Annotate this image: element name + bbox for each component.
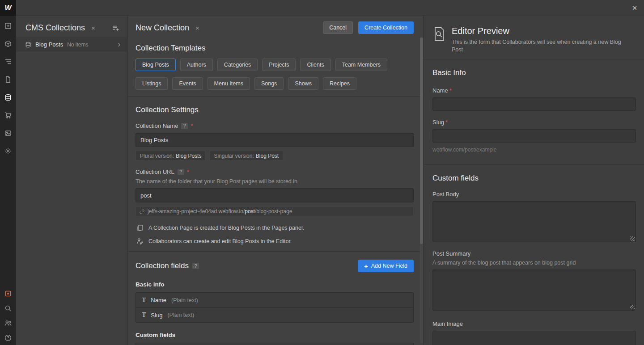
close-designer-icon[interactable]: × — [628, 0, 641, 16]
collection-settings-heading: Collection Settings — [136, 105, 414, 114]
template-row-2: Listings Events Menu Items Songs Shows R… — [136, 77, 414, 90]
field-type: (Plain text) — [171, 297, 198, 303]
community-icon[interactable] — [0, 316, 16, 330]
help-icon[interactable] — [0, 330, 16, 345]
navigator-icon[interactable] — [0, 53, 16, 71]
required-asterisk: * — [187, 168, 189, 175]
preview-post-body-textarea[interactable] — [432, 201, 636, 242]
collaborators-note: Collaborators can create and edit Blog P… — [136, 238, 414, 245]
template-chip-events[interactable]: Events — [172, 77, 203, 90]
create-collection-button[interactable]: Create Collection — [358, 21, 414, 34]
cms-icon[interactable] — [0, 88, 16, 106]
plural-version-value: Blog Posts — [176, 153, 201, 159]
url-preview-prefix: jeffs-amazing-project-4e04ad.webflow.io/ — [148, 208, 245, 215]
editor-preview-titles: Editor Preview This is the form that Col… — [452, 26, 633, 54]
close-cms-panel-icon[interactable]: × — [89, 23, 97, 33]
webflow-logo[interactable]: W — [0, 0, 16, 16]
editor-preview-header: Editor Preview This is the form that Col… — [432, 16, 636, 54]
ecommerce-icon[interactable] — [0, 106, 16, 124]
preview-name-input[interactable] — [432, 97, 636, 111]
collection-name: Blog Posts — [35, 41, 63, 48]
add-new-field-label: Add New Field — [371, 263, 407, 269]
collection-database-icon — [25, 42, 31, 48]
assets-icon[interactable] — [0, 124, 16, 142]
settings-icon[interactable] — [0, 142, 16, 160]
collection-fields-help-icon[interactable]: ? — [192, 263, 199, 269]
template-chip-recipes[interactable]: Recipes — [323, 77, 356, 90]
divider — [128, 96, 424, 97]
editor-preview-title: Editor Preview — [452, 26, 633, 36]
left-toolbar — [0, 16, 16, 345]
preview-post-body-label: Post Body — [432, 191, 636, 198]
pages-icon[interactable] — [0, 71, 16, 88]
preview-main-image-label: Main Image — [432, 320, 636, 327]
collection-fields-heading: Collection fields — [136, 261, 189, 270]
singular-version-badge: Singular version: Blog Post — [209, 151, 283, 161]
preview-post-summary-help: A summary of the blog post that appears … — [432, 260, 636, 266]
basic-field-list: T Name (Plain text) T Slug (Plain text) — [136, 292, 414, 323]
chevron-right-icon — [116, 42, 122, 47]
add-elements-icon[interactable] — [0, 17, 16, 35]
preview-magnifier-doc-icon — [432, 26, 446, 54]
collaborators-note-text: Collaborators can create and edit Blog P… — [148, 238, 292, 244]
search-icon[interactable] — [0, 301, 16, 316]
template-chip-authors[interactable]: Authors — [180, 59, 213, 71]
preview-slug-input[interactable] — [432, 129, 636, 143]
close-new-collection-icon[interactable]: × — [194, 23, 201, 33]
link-icon — [139, 209, 145, 215]
url-preview-slug: post — [245, 208, 255, 215]
template-chip-clients[interactable]: Clients — [300, 59, 330, 71]
plain-text-icon: T — [142, 297, 146, 304]
collection-name-label: Collection Name — [136, 122, 178, 129]
resize-grip-icon[interactable] — [630, 236, 635, 241]
field-name: Name — [151, 297, 166, 303]
preview-post-body-wrap — [432, 201, 636, 242]
divider — [424, 164, 644, 165]
preview-post-summary-wrap — [432, 269, 636, 311]
preview-main-image-field[interactable] — [432, 331, 636, 345]
divider — [128, 251, 424, 252]
video-tutorials-icon[interactable] — [0, 286, 16, 301]
template-chip-projects[interactable]: Projects — [262, 59, 296, 71]
collection-url-label-row: Collection URL ? * — [136, 168, 414, 175]
editor-preview-subtitle: This is the form that Collaborators will… — [452, 38, 633, 54]
template-chip-categories[interactable]: Categories — [217, 59, 258, 71]
cancel-button[interactable]: Cancel — [323, 21, 353, 34]
preview-slug-label: Slug * — [432, 119, 636, 126]
collection-url-description: The name of the folder that your Blog Po… — [136, 178, 414, 185]
pages-stack-icon — [136, 224, 144, 231]
singular-version-label: Singular version: — [214, 153, 254, 159]
preview-post-summary-textarea[interactable] — [432, 269, 636, 311]
collection-templates-heading: Collection Templates — [136, 44, 414, 53]
collection-name-help-icon[interactable]: ? — [181, 123, 188, 129]
template-chip-menu-items[interactable]: Menu Items — [208, 77, 250, 90]
collection-list-item-blog-posts[interactable]: Blog Posts No items — [16, 38, 127, 51]
plural-version-badge: Plural version: Blog Posts — [136, 151, 206, 161]
field-name: Slug — [151, 312, 162, 319]
template-row-1: Blog Posts Authors Categories Projects C… — [136, 59, 414, 71]
cms-panel-header: CMS Collections × — [16, 16, 127, 34]
collection-url-help-icon[interactable]: ? — [178, 169, 184, 175]
field-row-slug[interactable]: T Slug (Plain text) — [136, 307, 413, 322]
resize-grip-icon[interactable] — [630, 305, 635, 309]
singular-version-value: Blog Post — [256, 153, 279, 159]
template-chip-team-members[interactable]: Team Members — [335, 59, 387, 71]
template-chip-shows[interactable]: Shows — [288, 77, 318, 90]
template-chip-blog-posts[interactable]: Blog Posts — [136, 59, 176, 71]
add-new-field-button[interactable]: + Add New Field — [358, 260, 414, 272]
url-preview-text: jeffs-amazing-project-4e04ad.webflow.io/… — [148, 208, 292, 215]
field-row-partial[interactable] — [136, 343, 414, 345]
preview-slug-label-text: Slug — [432, 119, 444, 126]
collection-url-input[interactable] — [136, 188, 414, 202]
template-chip-songs[interactable]: Songs — [254, 77, 284, 90]
main-scrollbar-thumb[interactable] — [420, 38, 423, 244]
url-preview-bar[interactable]: jeffs-amazing-project-4e04ad.webflow.io/… — [136, 206, 414, 216]
plural-version-label: Plural version: — [140, 153, 174, 159]
components-icon[interactable] — [0, 35, 16, 53]
plus-icon: + — [364, 263, 368, 269]
add-collection-icon[interactable] — [110, 23, 122, 34]
field-row-name[interactable]: T Name (Plain text) — [136, 293, 413, 307]
collection-name-input[interactable] — [136, 133, 414, 147]
template-chip-listings[interactable]: Listings — [136, 77, 168, 90]
custom-fields-group-heading: Custom fields — [136, 332, 414, 338]
